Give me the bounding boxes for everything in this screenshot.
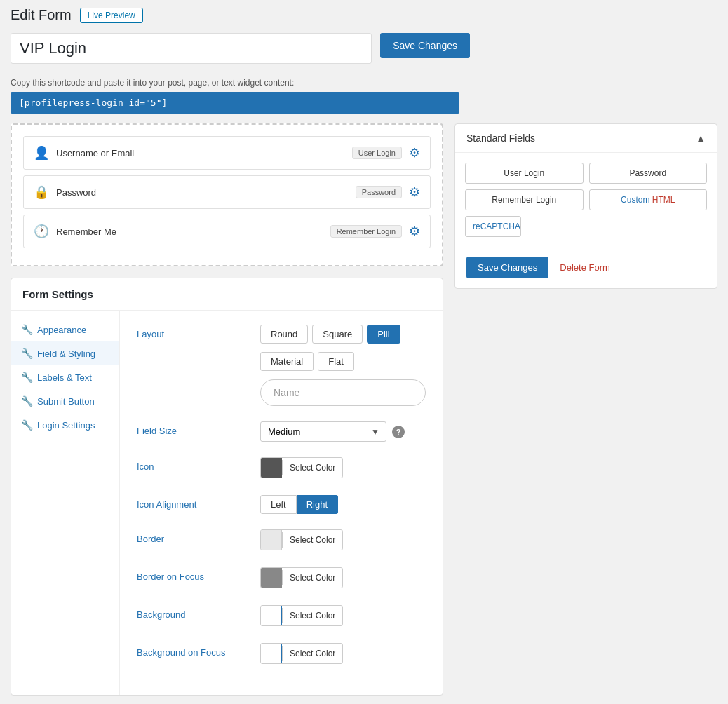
help-icon[interactable]: ? bbox=[392, 426, 405, 438]
nav-label-labels-text: Labels & Text bbox=[37, 372, 92, 383]
icon-alignment-control: Left Right bbox=[260, 495, 426, 514]
icon-alignment-label: Icon Alignment bbox=[137, 495, 249, 510]
field-size-select-container: Small Medium Large ▼ bbox=[260, 421, 386, 442]
shortcode-hint: Copy this shortcode and paste it into yo… bbox=[11, 78, 470, 88]
fields-grid: User Login Password Remember Login Custo… bbox=[455, 153, 717, 247]
save-changes-button-right[interactable]: Save Changes bbox=[466, 257, 548, 278]
field-btn-recaptcha[interactable]: reCAPTCHA bbox=[465, 216, 521, 237]
icon-color-button[interactable]: Select Color bbox=[260, 457, 343, 478]
layout-label: Layout bbox=[137, 325, 249, 339]
layout-btn-square[interactable]: Square bbox=[312, 325, 363, 344]
field-gear-password[interactable]: ⚙ bbox=[409, 184, 420, 200]
nav-item-login-settings[interactable]: 🔧 Login Settings bbox=[11, 413, 119, 437]
border-label: Border bbox=[137, 529, 249, 544]
background-focus-color-label: Select Color bbox=[282, 646, 342, 661]
form-settings-title: Form Settings bbox=[11, 278, 443, 311]
field-size-label: Field Size bbox=[137, 421, 249, 436]
setting-row-border-focus: Border on Focus Select Color bbox=[137, 567, 426, 590]
border-color-button[interactable]: Select Color bbox=[260, 529, 343, 550]
nav-label-login-settings: Login Settings bbox=[37, 420, 95, 431]
background-focus-label: Background on Focus bbox=[137, 643, 249, 658]
background-color-swatch bbox=[261, 606, 282, 625]
background-color-control: Select Color bbox=[260, 605, 426, 628]
live-preview-button[interactable]: Live Preview bbox=[80, 8, 143, 23]
field-row-password: 🔒 Password Password ⚙ bbox=[23, 175, 431, 209]
layout-btn-round[interactable]: Round bbox=[260, 325, 308, 344]
shortcode-box: [profilepress-login id="5"] bbox=[11, 92, 459, 114]
field-btn-user-login[interactable]: User Login bbox=[465, 163, 584, 184]
clock-icon: 🕐 bbox=[34, 224, 49, 239]
field-tag-password: Password bbox=[356, 186, 402, 198]
nav-label-appearance: Appearance bbox=[37, 325, 86, 335]
background-color-button[interactable]: Select Color bbox=[260, 605, 343, 626]
lock-icon: 🔒 bbox=[34, 184, 49, 200]
icon-color-swatch bbox=[261, 458, 282, 478]
page-title: Edit Form bbox=[11, 7, 72, 23]
border-color-label: Select Color bbox=[282, 532, 342, 548]
setting-row-icon: Icon Select Color bbox=[137, 457, 426, 480]
icon-color-control: Select Color bbox=[260, 457, 426, 480]
border-focus-control: Select Color bbox=[260, 567, 426, 590]
layout-control: Round Square Pill Material Flat Name bbox=[260, 325, 426, 406]
nav-label-submit-button: Submit Button bbox=[37, 396, 95, 407]
field-label-remember: Remember Me bbox=[56, 226, 325, 237]
background-label: Background bbox=[137, 605, 249, 620]
align-btn-left[interactable]: Left bbox=[260, 495, 297, 514]
nav-item-submit-button[interactable]: 🔧 Submit Button bbox=[11, 389, 119, 413]
setting-row-background-focus: Background on Focus Select Color bbox=[137, 643, 426, 665]
field-row-username: 👤 Username or Email User Login ⚙ bbox=[23, 136, 431, 170]
field-tag-remember: Remember Login bbox=[330, 225, 402, 238]
field-btn-custom-html[interactable]: Custom HTML bbox=[589, 189, 708, 210]
setting-row-border: Border Select Color bbox=[137, 529, 426, 552]
field-btn-remember-login[interactable]: Remember Login bbox=[465, 189, 584, 210]
wrench-icon-submit: 🔧 bbox=[21, 395, 33, 407]
standard-fields-panel: Standard Fields ▲ User Login Password Re… bbox=[454, 123, 717, 289]
setting-row-field-size: Field Size Small Medium Large bbox=[137, 421, 426, 442]
standard-fields-title: Standard Fields bbox=[466, 133, 535, 144]
background-focus-color-button[interactable]: Select Color bbox=[260, 643, 343, 664]
wrench-icon-appearance: 🔧 bbox=[21, 324, 33, 335]
field-size-control: Small Medium Large ▼ ? bbox=[260, 421, 426, 442]
nav-item-labels-text[interactable]: 🔧 Labels & Text bbox=[11, 365, 119, 389]
form-preview: 👤 Username or Email User Login ⚙ 🔒 Passw… bbox=[11, 123, 443, 266]
standard-fields-header: Standard Fields ▲ bbox=[455, 124, 717, 153]
save-changes-button-top[interactable]: Save Changes bbox=[380, 33, 470, 58]
background-focus-control: Select Color bbox=[260, 643, 426, 665]
settings-content: Layout Round Square Pill Material Flat bbox=[120, 311, 443, 695]
delete-form-link[interactable]: Delete Form bbox=[560, 262, 610, 273]
layout-btn-flat[interactable]: Flat bbox=[318, 352, 354, 371]
field-row-remember: 🕐 Remember Me Remember Login ⚙ bbox=[23, 215, 431, 248]
align-btn-right[interactable]: Right bbox=[297, 495, 338, 514]
border-focus-label: Border on Focus bbox=[137, 567, 249, 582]
background-color-label: Select Color bbox=[282, 608, 342, 623]
icon-color-label: Select Color bbox=[282, 460, 342, 475]
right-panel: Standard Fields ▲ User Login Password Re… bbox=[454, 123, 717, 696]
border-focus-color-swatch bbox=[261, 568, 282, 588]
wrench-icon-field-styling: 🔧 bbox=[21, 348, 33, 359]
form-name-input[interactable] bbox=[11, 33, 372, 64]
field-gear-remember[interactable]: ⚙ bbox=[409, 224, 420, 239]
field-tag-username: User Login bbox=[352, 147, 402, 159]
icon-label: Icon bbox=[137, 457, 249, 472]
background-focus-color-swatch bbox=[261, 644, 282, 663]
nav-item-field-styling[interactable]: 🔧 Field & Styling bbox=[11, 341, 119, 365]
border-color-swatch bbox=[261, 530, 282, 550]
field-label-password: Password bbox=[56, 187, 350, 198]
form-settings: Form Settings 🔧 Appearance 🔧 Field & Sty… bbox=[11, 278, 443, 696]
border-focus-color-label: Select Color bbox=[282, 570, 342, 585]
align-buttons: Left Right bbox=[260, 495, 426, 514]
field-btn-password[interactable]: Password bbox=[589, 163, 708, 184]
wrench-icon-login: 🔧 bbox=[21, 419, 33, 431]
layout-btn-material[interactable]: Material bbox=[260, 352, 314, 371]
border-color-control: Select Color bbox=[260, 529, 426, 552]
layout-btn-pill[interactable]: Pill bbox=[367, 325, 400, 344]
field-gear-username[interactable]: ⚙ bbox=[409, 145, 420, 161]
collapse-icon[interactable]: ▲ bbox=[696, 133, 706, 144]
nav-item-appearance[interactable]: 🔧 Appearance bbox=[11, 318, 119, 341]
field-size-select[interactable]: Small Medium Large bbox=[260, 421, 386, 442]
border-focus-color-button[interactable]: Select Color bbox=[260, 567, 343, 588]
layout-buttons-2: Material Flat bbox=[260, 352, 426, 371]
setting-row-layout: Layout Round Square Pill Material Flat bbox=[137, 325, 426, 406]
settings-nav: 🔧 Appearance 🔧 Field & Styling 🔧 Labels … bbox=[11, 311, 120, 695]
field-label-username: Username or Email bbox=[56, 148, 346, 158]
